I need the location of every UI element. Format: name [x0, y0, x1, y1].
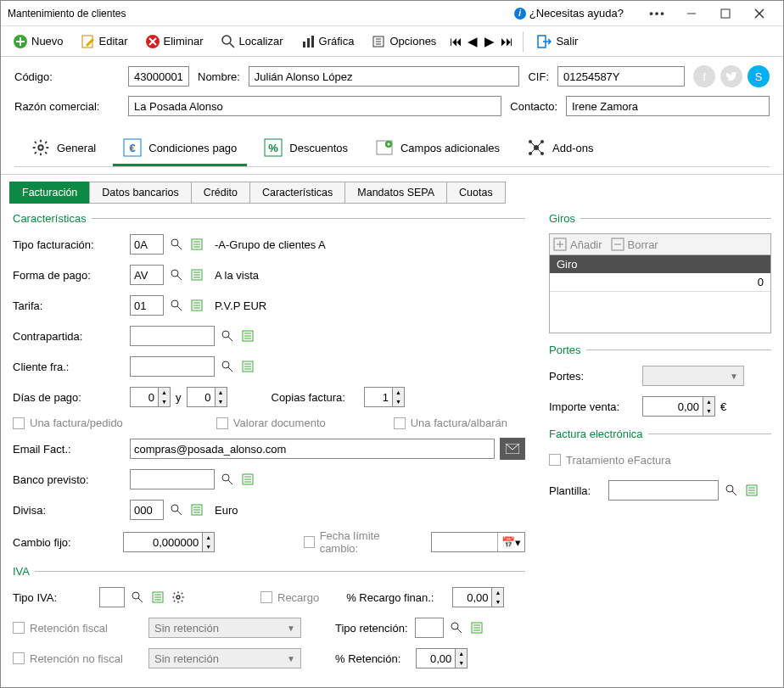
- localizar-button[interactable]: Localizar: [216, 31, 288, 53]
- subtab-caracteristicas[interactable]: Características: [249, 182, 345, 204]
- tipo-retencion-input[interactable]: [415, 618, 444, 638]
- giros-grid[interactable]: Giro 0: [549, 255, 771, 333]
- search-icon[interactable]: [449, 620, 464, 635]
- cliente-fra-input[interactable]: [130, 356, 215, 377]
- subtab-cuotas[interactable]: Cuotas: [446, 182, 506, 204]
- close-button[interactable]: [742, 2, 776, 25]
- svg-point-82: [132, 592, 139, 599]
- twitter-icon[interactable]: [720, 65, 742, 87]
- retencion-fiscal-select[interactable]: Sin retención▼: [148, 618, 301, 638]
- note-icon[interactable]: [150, 590, 165, 605]
- search-icon[interactable]: [169, 237, 184, 252]
- search-icon[interactable]: [220, 472, 235, 487]
- valorar-documento-checkbox[interactable]: Valorar documento: [216, 417, 326, 429]
- skype-icon[interactable]: S: [748, 65, 770, 87]
- contrapartida-input[interactable]: [130, 326, 215, 346]
- retencion-no-fiscal-select[interactable]: Sin retención▼: [148, 648, 301, 668]
- nav-prev-button[interactable]: ◀: [465, 34, 480, 49]
- portes-select[interactable]: ▼: [642, 366, 744, 386]
- banco-previsto-input[interactable]: [130, 469, 215, 489]
- subtab-datos-bancarios[interactable]: Datos bancarios: [89, 182, 191, 204]
- eliminar-button[interactable]: Eliminar: [140, 31, 209, 53]
- forma-pago-input[interactable]: [130, 265, 164, 285]
- fecha-limite-checkbox[interactable]: Fecha límite cambio:: [304, 529, 413, 555]
- una-factura-pedido-checkbox[interactable]: Una factura/pedido: [13, 417, 123, 429]
- retencion-no-fiscal-checkbox[interactable]: Retención no fiscal: [13, 652, 148, 665]
- nav-last-button[interactable]: ⏭: [499, 34, 514, 49]
- note-icon[interactable]: [189, 502, 204, 517]
- tratamiento-efactura-checkbox[interactable]: Tratamiento eFactura: [549, 454, 671, 467]
- search-icon[interactable]: [169, 267, 184, 282]
- more-icon[interactable]: •••: [641, 2, 675, 25]
- opciones-button[interactable]: Opciones: [366, 31, 441, 53]
- note-icon[interactable]: [744, 483, 759, 498]
- grafica-button[interactable]: Gráfica: [295, 31, 360, 53]
- nav-first-button[interactable]: ⏮: [448, 34, 463, 49]
- facebook-icon[interactable]: f: [693, 65, 715, 87]
- search-icon[interactable]: [220, 359, 235, 374]
- search-icon[interactable]: [169, 502, 184, 517]
- contacto-input[interactable]: [566, 96, 770, 116]
- note-icon[interactable]: [189, 237, 204, 252]
- tab-general[interactable]: General: [21, 131, 106, 166]
- search-icon[interactable]: [130, 590, 145, 605]
- svg-text:€: €: [130, 142, 136, 154]
- tab-condiciones-pago[interactable]: € Condiciones pago: [113, 131, 247, 166]
- svg-point-57: [222, 331, 229, 338]
- nombre-input[interactable]: [249, 66, 520, 87]
- nav-next-button[interactable]: ▶: [482, 34, 497, 49]
- fecha-limite-input[interactable]: 📅▾: [431, 532, 525, 552]
- note-icon[interactable]: [240, 359, 255, 374]
- gear-icon[interactable]: [171, 590, 186, 605]
- editar-button[interactable]: Editar: [76, 31, 133, 53]
- cif-input[interactable]: [557, 66, 685, 87]
- subtab-facturacion[interactable]: Facturación: [9, 182, 90, 204]
- svg-line-58: [228, 337, 232, 341]
- note-icon[interactable]: [469, 620, 484, 635]
- maximize-button[interactable]: [708, 2, 742, 25]
- dias2-input[interactable]: ▲▼: [187, 387, 227, 407]
- importe-venta-input[interactable]: ▲▼: [642, 396, 715, 417]
- tab-addons-label: Add-ons: [552, 142, 593, 154]
- tab-descuentos[interactable]: % Descuentos: [254, 131, 358, 166]
- note-icon[interactable]: [240, 328, 255, 344]
- anadir-button[interactable]: Añadir: [553, 238, 602, 251]
- recargo-checkbox[interactable]: Recargo: [260, 591, 319, 604]
- note-icon[interactable]: [189, 298, 204, 313]
- email-fact-input[interactable]: [130, 439, 495, 459]
- borrar-button[interactable]: Borrar: [611, 238, 658, 251]
- salir-label: Salir: [556, 35, 578, 48]
- tab-addons[interactable]: Add-ons: [517, 131, 603, 166]
- svg-text:%: %: [269, 142, 279, 154]
- cambio-fijo-input[interactable]: ▲▼: [123, 532, 215, 552]
- search-icon[interactable]: [724, 483, 739, 498]
- help-link[interactable]: i ¿Necesitas ayuda?: [514, 7, 624, 20]
- giros-header: Giro: [557, 258, 578, 271]
- tarifa-input[interactable]: [130, 295, 164, 316]
- calendar-icon[interactable]: 📅▾: [497, 533, 524, 551]
- search-icon[interactable]: [169, 298, 184, 313]
- salir-button[interactable]: Salir: [532, 31, 583, 53]
- note-icon[interactable]: [189, 267, 204, 282]
- tab-campos-adicionales[interactable]: Campos adicionales: [365, 131, 510, 166]
- note-icon[interactable]: [240, 472, 255, 487]
- codigo-input[interactable]: [128, 66, 189, 87]
- subtab-mandatos-sepa[interactable]: Mandatos SEPA: [344, 182, 447, 204]
- razon-input[interactable]: [128, 96, 501, 116]
- una-factura-albaran-checkbox[interactable]: Una factura/albarán: [394, 417, 507, 429]
- grafica-label: Gráfica: [319, 35, 355, 48]
- email-button[interactable]: [500, 438, 525, 460]
- dias1-input[interactable]: ▲▼: [130, 387, 171, 407]
- subtab-credito[interactable]: Crédito: [191, 182, 250, 204]
- copias-input[interactable]: ▲▼: [364, 387, 405, 407]
- tipo-facturacion-input[interactable]: [130, 234, 164, 255]
- search-icon[interactable]: [220, 328, 235, 344]
- pct-retencion-input[interactable]: ▲▼: [416, 648, 468, 668]
- recargo-finan-input[interactable]: ▲▼: [452, 587, 504, 607]
- plantilla-input[interactable]: [608, 480, 719, 501]
- nuevo-button[interactable]: Nuevo: [8, 31, 69, 53]
- minimize-button[interactable]: [675, 2, 708, 25]
- retencion-fiscal-checkbox[interactable]: Retención fiscal: [13, 622, 148, 635]
- divisa-input[interactable]: [130, 500, 164, 520]
- tipo-iva-input[interactable]: [99, 587, 125, 607]
